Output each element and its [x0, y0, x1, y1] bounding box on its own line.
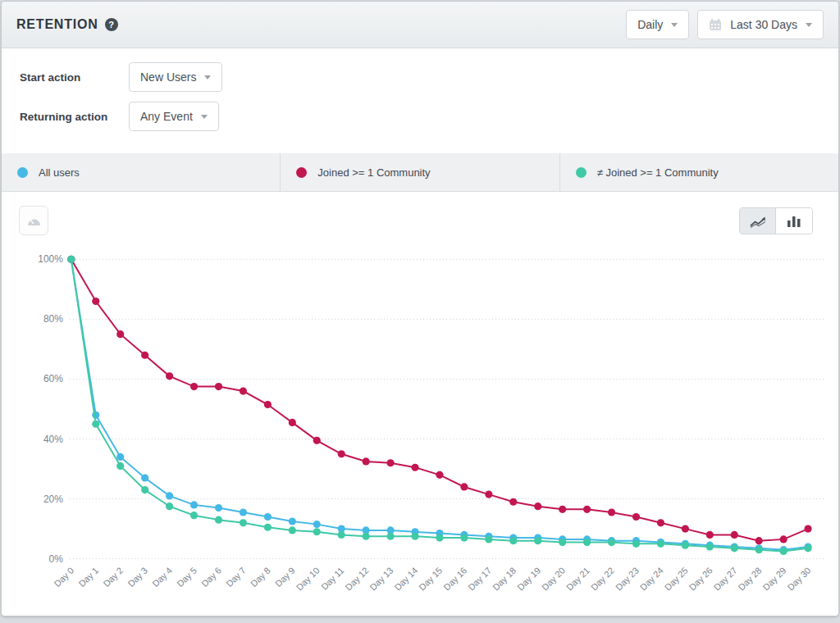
- filters-section: Start action New Users Returning action …: [2, 48, 838, 153]
- svg-text:Day 11: Day 11: [319, 566, 345, 592]
- svg-text:Day 22: Day 22: [589, 566, 616, 593]
- chart-type-toggle: [739, 207, 813, 234]
- retention-line-chart: 0%20%40%60%80%100%Day 0Day 1Day 2Day 3Da…: [2, 192, 838, 616]
- svg-text:Day 15: Day 15: [417, 566, 444, 593]
- svg-text:Day 17: Day 17: [466, 566, 493, 593]
- legend-label: ≠ Joined >= 1 Community: [597, 166, 719, 179]
- bar-chart-icon: [787, 216, 801, 227]
- svg-text:Day 18: Day 18: [491, 566, 518, 593]
- svg-text:Day 30: Day 30: [785, 566, 812, 593]
- svg-text:Day 16: Day 16: [441, 566, 468, 593]
- start-action-dropdown[interactable]: New Users: [129, 62, 222, 92]
- legend-dot-teal: [576, 167, 587, 178]
- legend-dot-blue: [17, 167, 28, 178]
- chevron-down-icon: [204, 75, 211, 80]
- svg-text:Day 8: Day 8: [249, 566, 272, 589]
- line-chart-icon: [749, 215, 767, 228]
- help-icon[interactable]: ?: [105, 18, 118, 31]
- svg-text:Day 0: Day 0: [52, 566, 75, 589]
- svg-text:Day 4: Day 4: [150, 566, 174, 589]
- svg-text:Day 28: Day 28: [737, 566, 764, 593]
- chevron-down-icon: [806, 23, 812, 27]
- svg-text:Day 10: Day 10: [294, 566, 322, 593]
- granularity-dropdown[interactable]: Daily: [626, 10, 689, 39]
- start-action-row: Start action New Users: [20, 62, 838, 92]
- svg-text:Day 24: Day 24: [638, 566, 665, 593]
- chart-area: 0%20%40%60%80%100%Day 0Day 1Day 2Day 3Da…: [2, 192, 838, 616]
- title-wrap: RETENTION ?: [16, 17, 118, 32]
- legend-label: All users: [39, 166, 80, 179]
- svg-text:Day 25: Day 25: [663, 566, 690, 593]
- svg-text:Day 6: Day 6: [199, 566, 223, 589]
- topbar: RETENTION ? Daily Last 30 Days: [2, 2, 838, 48]
- topbar-controls: Daily Last 30 Days: [626, 10, 824, 39]
- series-legend: All users Joined >= 1 Community ≠ Joined…: [2, 153, 838, 192]
- returning-action-row: Returning action Any Event: [20, 102, 838, 131]
- svg-text:Day 2: Day 2: [101, 566, 125, 589]
- svg-text:Day 29: Day 29: [760, 566, 788, 593]
- gauge-icon: [26, 215, 42, 226]
- returning-action-dropdown[interactable]: Any Event: [129, 102, 219, 131]
- granularity-value: Daily: [637, 18, 663, 31]
- svg-text:100%: 100%: [38, 253, 63, 265]
- start-action-label: Start action: [20, 71, 129, 84]
- svg-text:Day 19: Day 19: [515, 566, 542, 593]
- legend-item-all-users[interactable]: All users: [2, 153, 281, 191]
- svg-text:0%: 0%: [49, 553, 64, 565]
- svg-text:Day 13: Day 13: [368, 566, 395, 593]
- legend-dot-crimson: [296, 167, 307, 178]
- svg-text:Day 1: Day 1: [76, 566, 100, 589]
- svg-text:40%: 40%: [43, 434, 63, 445]
- svg-text:Day 14: Day 14: [392, 566, 419, 593]
- svg-text:Day 21: Day 21: [564, 566, 591, 593]
- returning-action-label: Returning action: [20, 111, 129, 123]
- calendar-icon: [709, 18, 722, 31]
- page-title: RETENTION: [16, 17, 98, 32]
- date-range-dropdown[interactable]: Last 30 Days: [697, 10, 824, 39]
- start-action-value: New Users: [140, 70, 196, 84]
- legend-item-joined-community[interactable]: Joined >= 1 Community: [281, 153, 559, 191]
- legend-label: Joined >= 1 Community: [317, 166, 430, 179]
- svg-text:Day 26: Day 26: [687, 566, 714, 593]
- bar-chart-toggle-button[interactable]: [776, 208, 812, 234]
- retention-report-window: RETENTION ? Daily Last 30 Days: [1, 1, 839, 616]
- svg-text:Day 7: Day 7: [224, 566, 248, 589]
- chevron-down-icon: [201, 115, 208, 119]
- svg-text:Day 27: Day 27: [712, 566, 739, 593]
- chevron-down-icon: [671, 23, 678, 27]
- legend-item-not-joined-community[interactable]: ≠ Joined >= 1 Community: [560, 153, 838, 191]
- returning-action-value: Any Event: [140, 110, 193, 123]
- add-to-dashboard-button[interactable]: [19, 206, 48, 235]
- svg-text:Day 12: Day 12: [343, 566, 370, 593]
- svg-text:20%: 20%: [43, 493, 63, 505]
- svg-text:60%: 60%: [43, 373, 63, 384]
- svg-text:80%: 80%: [43, 313, 63, 325]
- date-range-value: Last 30 Days: [730, 18, 797, 31]
- svg-text:Day 23: Day 23: [614, 566, 641, 593]
- line-chart-toggle-button[interactable]: [740, 208, 776, 234]
- svg-text:Day 20: Day 20: [540, 566, 567, 593]
- svg-text:Day 3: Day 3: [126, 566, 149, 589]
- svg-text:Day 5: Day 5: [175, 566, 199, 589]
